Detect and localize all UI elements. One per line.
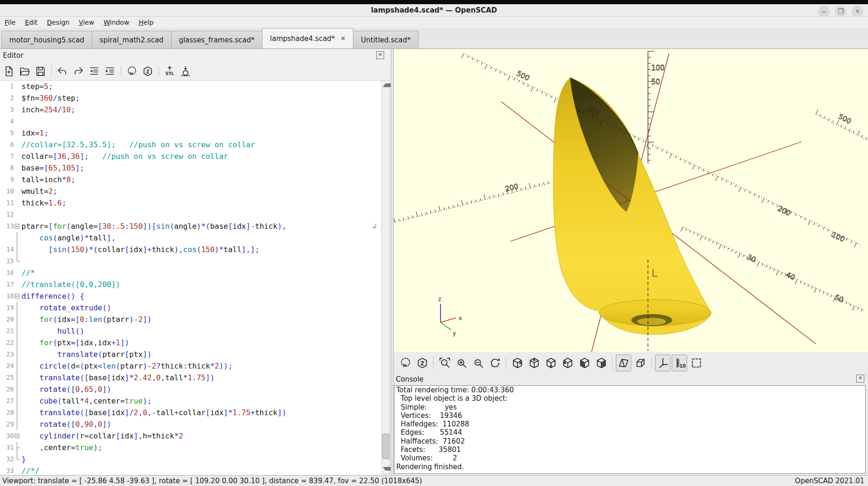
- tab-lampshade4-scad-[interactable]: lampshade4.scad*✕: [262, 28, 353, 48]
- line-number: 5: [0, 127, 14, 139]
- view-all-button[interactable]: [689, 355, 704, 371]
- code-line: cos(angle)*tall],: [0, 232, 381, 244]
- perspective-icon: [618, 357, 630, 369]
- code-text: cube(tall*4,center=true);: [21, 395, 152, 407]
- code-text: idx=1;: [21, 127, 48, 139]
- fold-margin: [14, 418, 21, 430]
- undo-button[interactable]: [55, 64, 69, 79]
- line-number: 29: [0, 418, 14, 430]
- top-strip: [0, 0, 868, 4]
- view-bottom-button[interactable]: [543, 355, 558, 371]
- titlebar[interactable]: lampshade4.scad* — OpenSCAD –❒×: [0, 4, 868, 17]
- menu-window[interactable]: Window: [99, 18, 134, 27]
- code-line: 22 for(ptx=[idx,idx+1]): [0, 337, 381, 349]
- code-area[interactable]: 1step=5;2$fn=360/step;3inch=254/10;45idx…: [0, 80, 381, 474]
- show-scale-markers-button[interactable]: [672, 355, 687, 371]
- editor-toolbar: [2, 62, 193, 80]
- line-number: 23: [0, 349, 14, 360]
- code-text: rotate([0,90,0]): [21, 418, 111, 430]
- menu-view[interactable]: View: [74, 18, 99, 27]
- fold-margin: [14, 372, 21, 383]
- view-all-icon: [690, 357, 703, 369]
- open-file-button[interactable]: [18, 64, 32, 79]
- indent-button[interactable]: [103, 64, 117, 79]
- menubar: FileEditDesignViewWindowHelp: [0, 17, 868, 28]
- code-text: //*/: [21, 465, 40, 474]
- fold-margin: [14, 453, 21, 465]
- fold-margin[interactable]: [14, 430, 21, 442]
- fold-margin: [14, 349, 21, 360]
- zoom-out-button[interactable]: [470, 355, 486, 371]
- new-file-button[interactable]: [2, 64, 16, 79]
- redo-button[interactable]: [71, 64, 85, 79]
- code-line: 9tall=inch*8;: [0, 174, 381, 185]
- view-left-button[interactable]: [560, 355, 575, 371]
- code-text: rotate([0,65,0]): [21, 383, 111, 395]
- code-text: //collar=[32.5,35.5]; //push on vs screw…: [21, 139, 255, 151]
- save-file-button[interactable]: [34, 64, 48, 79]
- code-line: 29 rotate([0,90,0]): [0, 418, 381, 430]
- fold-margin: [14, 337, 21, 349]
- line-number: 7: [0, 151, 14, 162]
- code-line: 6//collar=[32.5,35.5]; //push on vs scre…: [0, 139, 381, 151]
- close-button[interactable]: ×: [852, 6, 863, 17]
- orthographic-button[interactable]: [633, 355, 648, 371]
- tab-untitled-scad-[interactable]: Untitled.scad*: [353, 31, 418, 48]
- pane-splitter[interactable]: [391, 49, 394, 475]
- view-front-button[interactable]: [577, 355, 592, 371]
- scrollbar-thumb[interactable]: [382, 434, 390, 459]
- toolbar-separator: [121, 66, 121, 77]
- code-text: translate(ptarr[ptx]): [21, 349, 152, 360]
- tab-spiral-math2-scad[interactable]: spiral_math2.scad: [92, 31, 172, 48]
- line-number: 25: [0, 372, 14, 383]
- code-line: 16//*: [0, 267, 381, 279]
- menu-help[interactable]: Help: [134, 18, 158, 27]
- show-axes-button[interactable]: [655, 355, 670, 371]
- preview-button[interactable]: [125, 64, 139, 79]
- line-number: 33: [0, 465, 14, 474]
- restore-button[interactable]: ❒: [835, 6, 847, 17]
- menu-design[interactable]: Design: [42, 18, 74, 27]
- view-back-button[interactable]: [593, 355, 609, 371]
- line-number: 27: [0, 395, 14, 407]
- menu-edit[interactable]: Edit: [20, 18, 42, 27]
- zoom-all-button[interactable]: [437, 355, 452, 371]
- code-line: 1step=5;: [0, 81, 381, 92]
- unindent-icon: [89, 66, 100, 77]
- editor-scrollbar[interactable]: [381, 80, 390, 474]
- fold-margin: [14, 407, 21, 418]
- view-top-button[interactable]: [526, 355, 542, 371]
- tab-motor-housing5-scad[interactable]: motor_housing5.scad: [1, 31, 92, 48]
- code-text: ,center=true);: [21, 442, 102, 453]
- console-line: Halfedges: 110288: [394, 420, 865, 428]
- minimize-button[interactable]: –: [818, 6, 830, 17]
- console-log[interactable]: Total rendering time: 0:00:43.360 Top le…: [394, 385, 866, 474]
- viewport-3d[interactable]: 50030020010020010050500304050 z x y: [394, 49, 868, 352]
- zoom-in-button[interactable]: [454, 355, 469, 371]
- render-button[interactable]: [141, 64, 155, 79]
- menu-file[interactable]: File: [0, 18, 20, 27]
- code-line: 27 cube(tall*4,center=true);: [0, 395, 381, 407]
- view-right-button[interactable]: [510, 355, 525, 371]
- tab-close-icon[interactable]: ✕: [340, 35, 345, 42]
- fold-margin: [14, 383, 21, 395]
- tab-glasses-frames-scad-[interactable]: glasses_frames.scad*: [171, 31, 262, 48]
- fold-margin[interactable]: [14, 290, 21, 302]
- unindent-button[interactable]: [87, 64, 101, 79]
- fold-margin: [14, 104, 21, 116]
- print-3d-button[interactable]: [179, 64, 193, 79]
- reset-view-button[interactable]: [487, 355, 503, 371]
- fold-margin[interactable]: [14, 220, 21, 232]
- console-close-icon[interactable]: ✕: [856, 375, 864, 383]
- editor-close-icon[interactable]: ✕: [376, 51, 384, 59]
- line-number: 21: [0, 325, 14, 337]
- render-button[interactable]: [414, 355, 430, 371]
- fold-margin: [14, 139, 21, 151]
- export-stl-button[interactable]: [163, 64, 177, 79]
- preview-button[interactable]: [398, 355, 413, 371]
- code-line: 11thick=1.6;: [0, 197, 381, 209]
- code-line: 4: [0, 116, 381, 127]
- fold-margin: [14, 465, 21, 474]
- fold-margin: [14, 197, 21, 209]
- perspective-button[interactable]: [616, 355, 631, 371]
